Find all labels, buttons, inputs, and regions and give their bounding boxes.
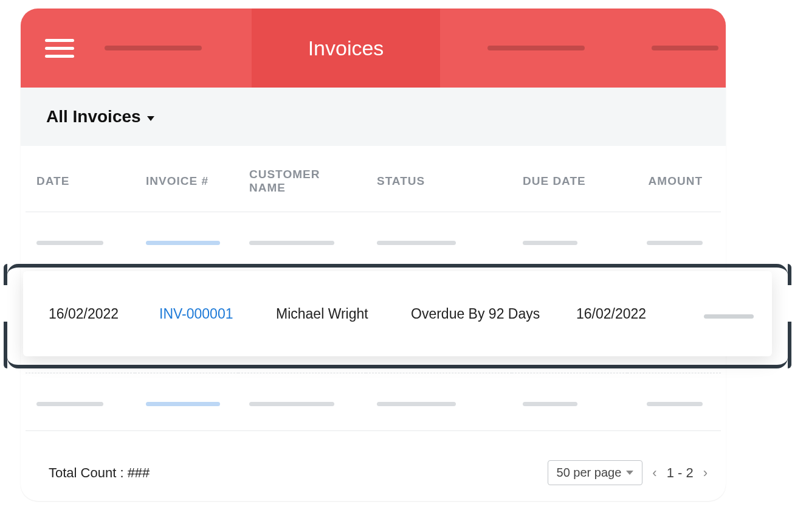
page-range-label: 1 - 2: [667, 465, 694, 481]
table-header-row: DATE INVOICE # CUSTOMER NAME STATUS DUE …: [26, 157, 721, 212]
per-page-select[interactable]: 50 per page: [548, 460, 643, 485]
col-header-date[interactable]: DATE: [26, 157, 135, 212]
page-next-button[interactable]: ›: [703, 465, 708, 481]
pager: 50 per page ‹ 1 - 2 ›: [548, 460, 708, 485]
chevron-down-icon: [626, 471, 633, 475]
cell-status: Overdue By 92 Days: [411, 306, 576, 322]
table-footer: Total Count : ### 50 per page ‹ 1 - 2 ›: [49, 460, 708, 485]
col-header-customer[interactable]: CUSTOMER NAME: [238, 157, 366, 212]
page-prev-button[interactable]: ‹: [652, 465, 656, 481]
highlighted-invoice-row[interactable]: 16/02/2022 INV-000001 Michael Wright Ove…: [23, 271, 772, 356]
hamburger-menu-icon[interactable]: [45, 39, 74, 58]
invoice-list-card: Invoices All Invoices DATE INVOIC: [21, 9, 726, 501]
filter-dropdown-label: All Invoices: [46, 107, 141, 126]
cell-placeholder: [377, 241, 456, 245]
cell-placeholder-link: [146, 402, 220, 406]
cell-due-date: 16/02/2022: [576, 306, 698, 322]
caret-down-icon: [147, 116, 154, 121]
cell-placeholder: [36, 402, 103, 406]
nav-tab-placeholder-3[interactable]: [652, 46, 718, 50]
top-nav-bar: Invoices: [21, 9, 726, 88]
cell-placeholder: [523, 241, 577, 245]
col-header-invoice[interactable]: INVOICE #: [135, 157, 238, 212]
table-row[interactable]: [26, 212, 721, 270]
cell-amount: [698, 306, 772, 322]
per-page-label: 50 per page: [557, 466, 622, 480]
bracket-gap: [785, 285, 791, 322]
nav-tab-active[interactable]: Invoices: [252, 9, 440, 88]
cell-placeholder: [249, 241, 334, 245]
bracket-gap: [4, 285, 10, 322]
cell-placeholder-link: [146, 241, 220, 245]
cell-date: 16/02/2022: [49, 306, 159, 322]
cell-placeholder: [647, 241, 703, 245]
cell-customer: Michael Wright: [276, 306, 411, 322]
nav-tab-placeholder-1[interactable]: [105, 46, 202, 50]
nav-tab-active-label: Invoices: [308, 36, 384, 60]
table-row[interactable]: [26, 373, 721, 430]
table-bottom-border: [26, 430, 721, 431]
col-header-amount[interactable]: AMOUNT: [627, 157, 721, 212]
top-nav-left: [21, 9, 252, 88]
nav-tab-placeholder-2[interactable]: [487, 46, 585, 50]
top-nav-right: [440, 9, 726, 88]
cell-placeholder: [249, 402, 334, 406]
filter-dropdown[interactable]: All Invoices: [21, 88, 726, 146]
cell-placeholder: [36, 241, 103, 245]
col-header-due-date[interactable]: DUE DATE: [512, 157, 627, 212]
cell-invoice-link[interactable]: INV-000001: [159, 306, 276, 322]
cell-placeholder: [647, 402, 703, 406]
cell-placeholder: [377, 402, 456, 406]
cell-placeholder: [523, 402, 577, 406]
col-header-status[interactable]: STATUS: [366, 157, 512, 212]
total-count-label: Total Count : ###: [49, 465, 150, 481]
cell-placeholder: [704, 314, 754, 319]
